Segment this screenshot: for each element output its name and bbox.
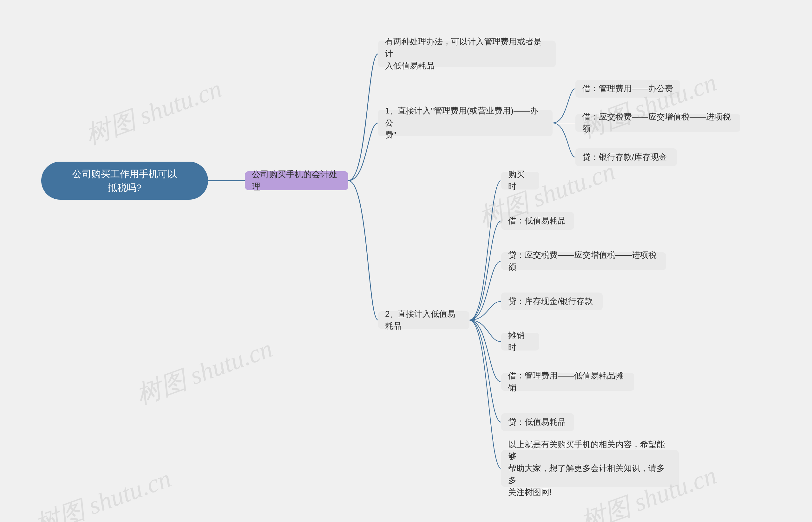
leaf-text: 以上就是有关购买手机的相关内容，希望能够 帮助大家，想了解更多会计相关知识，请多…	[508, 439, 672, 498]
leaf-m2-amortize-time[interactable]: 摊销时	[501, 333, 539, 350]
watermark: 树图 shutu.cn	[81, 72, 227, 153]
leaf-m1-debit-expense[interactable]: 借：管理费用——办公费	[575, 80, 680, 98]
leaf-m2-credit-tax[interactable]: 贷：应交税费——应交增值税——进项税额	[501, 252, 666, 270]
branch-method2[interactable]: 2、直接计入低值易耗品	[378, 311, 469, 329]
subtopic-accounting[interactable]: 公司购买手机的会计处理	[245, 171, 348, 190]
leaf-m2-purchase-time[interactable]: 购买时	[501, 172, 539, 189]
leaf-m2-debit-amortize[interactable]: 借：管理费用——低值易耗品摊销	[501, 373, 634, 391]
watermark: 树图 shutu.cn	[30, 461, 176, 522]
watermark: 树图 shutu.cn	[132, 332, 277, 412]
root-text: 公司购买工作用手机可以 抵税吗?	[57, 167, 192, 195]
leaf-text: 贷：银行存款/库存现金	[582, 151, 667, 163]
branch-method1[interactable]: 1、直接计入"管理费用(或营业费用)——办公 费"	[378, 110, 553, 136]
root-node[interactable]: 公司购买工作用手机可以 抵税吗?	[41, 162, 208, 200]
leaf-text: 借：应交税费——应交增值税——进项税额	[582, 111, 733, 135]
leaf-text: 借：管理费用——办公费	[582, 83, 673, 95]
branch-text: 1、直接计入"管理费用(或营业费用)——办公 费"	[385, 105, 545, 141]
leaf-text: 购买时	[508, 168, 532, 193]
leaf-m2-credit-cash[interactable]: 贷：库存现金/银行存款	[501, 293, 603, 310]
leaf-m2-debit-consumable[interactable]: 借：低值易耗品	[501, 212, 574, 230]
leaf-text: 摊销时	[508, 329, 532, 354]
leaf-text: 借：低值易耗品	[508, 215, 566, 227]
leaf-text: 贷：库存现金/银行存款	[508, 295, 593, 307]
branch-text: 有两种处理办法，可以计入管理费用或者是计 入低值易耗品	[385, 36, 549, 72]
leaf-text: 借：管理费用——低值易耗品摊销	[508, 370, 627, 394]
leaf-text: 贷：低值易耗品	[508, 416, 566, 428]
edges-layer	[0, 0, 812, 522]
leaf-m1-credit-bank[interactable]: 贷：银行存款/库存现金	[575, 148, 677, 166]
branch-two-methods[interactable]: 有两种处理办法，可以计入管理费用或者是计 入低值易耗品	[378, 41, 556, 67]
branch-text: 2、直接计入低值易耗品	[385, 308, 462, 332]
leaf-text: 贷：应交税费——应交增值税——进项税额	[508, 249, 659, 273]
leaf-m2-credit-consumable[interactable]: 贷：低值易耗品	[501, 413, 574, 431]
leaf-m1-debit-tax[interactable]: 借：应交税费——应交增值税——进项税额	[575, 114, 740, 132]
subtopic-text: 公司购买手机的会计处理	[252, 168, 341, 193]
mindmap-canvas: 公司购买工作用手机可以 抵税吗? 公司购买手机的会计处理 有两种处理办法，可以计…	[0, 0, 812, 522]
leaf-m2-summary[interactable]: 以上就是有关购买手机的相关内容，希望能够 帮助大家，想了解更多会计相关知识，请多…	[501, 450, 679, 487]
